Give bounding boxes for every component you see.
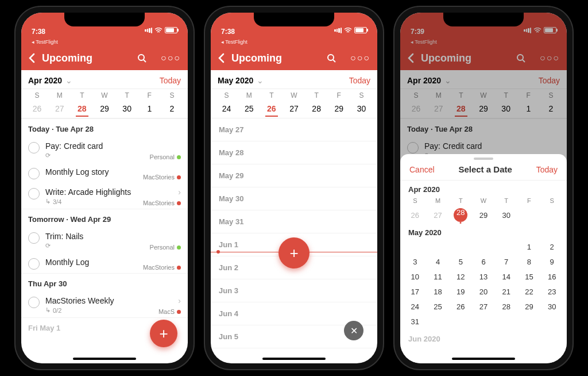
- month-label: May 2020: [218, 76, 253, 85]
- task-row[interactable]: Monthly Log MacStories: [21, 253, 188, 273]
- add-task-button[interactable]: +: [150, 320, 177, 347]
- today-button[interactable]: Today: [536, 165, 558, 174]
- chevron-right-icon: ›: [178, 296, 181, 305]
- calendar-day[interactable]: 30: [540, 299, 563, 314]
- calendar-day[interactable]: 31: [404, 314, 427, 329]
- calendar-day[interactable]: 28: [495, 299, 518, 314]
- project-dot: [177, 310, 181, 314]
- calendar-day[interactable]: 15: [518, 269, 541, 284]
- calendar-day[interactable]: 13: [472, 269, 495, 284]
- calendar-day[interactable]: 3: [404, 254, 427, 269]
- calendar-day[interactable]: 22: [518, 284, 541, 299]
- calendar-day[interactable]: 8: [518, 254, 541, 269]
- calendar-day[interactable]: 24: [404, 299, 427, 314]
- calendar-day: [449, 314, 472, 329]
- calendar-day[interactable]: 4: [427, 254, 450, 269]
- status-time: 7:38: [32, 28, 45, 36]
- back-to-testflight[interactable]: ◂ TestFlight: [32, 39, 58, 45]
- chevron-right-icon: ›: [178, 187, 181, 197]
- calendar-day: [449, 239, 472, 254]
- calendar-day[interactable]: 25: [427, 299, 450, 314]
- sheet-handle[interactable]: [474, 158, 493, 160]
- calendar-day[interactable]: 23: [540, 284, 563, 299]
- calendar-day[interactable]: 1: [518, 239, 541, 254]
- weekday-header: SMTWTFS: [21, 89, 188, 102]
- calendar-day[interactable]: 17: [404, 284, 427, 299]
- day-header[interactable]: May 27: [211, 118, 377, 141]
- calendar-day: [472, 239, 495, 254]
- screen: 7:38 ◂ TestFlight Upcoming ○○○ Apr 2020 …: [21, 13, 188, 363]
- week-dates[interactable]: 24252627282930: [211, 102, 377, 118]
- notch: [443, 13, 524, 26]
- project-dot: [177, 201, 181, 205]
- calendar-day[interactable]: 7: [495, 254, 518, 269]
- calendar-day[interactable]: 20: [472, 284, 495, 299]
- search-icon[interactable]: [137, 53, 147, 63]
- calendar-day[interactable]: 2: [540, 239, 563, 254]
- calendar-day[interactable]: 14: [495, 269, 518, 284]
- cancel-button[interactable]: Cancel: [409, 165, 435, 174]
- navbar: Upcoming ○○○: [21, 46, 188, 70]
- day-header[interactable]: Jun 3: [211, 279, 377, 302]
- day-header[interactable]: May 28: [211, 141, 377, 164]
- close-button[interactable]: ✕: [344, 321, 363, 340]
- task-row[interactable]: Monthly Log story MacStories: [21, 163, 188, 183]
- weekday-header: SMTWTFS: [211, 89, 377, 102]
- page-title: Upcoming: [42, 52, 92, 64]
- calendar-day[interactable]: 21: [495, 284, 518, 299]
- calendar-day[interactable]: 19: [449, 284, 472, 299]
- today-button[interactable]: Today: [349, 76, 370, 85]
- calendar-day: [427, 239, 450, 254]
- day-header[interactable]: May 30: [211, 187, 377, 210]
- more-icon[interactable]: ○○○: [161, 53, 181, 63]
- battery-icon: [165, 27, 177, 33]
- calendar-grid[interactable]: 26 27 28 29 30: [400, 206, 567, 224]
- complete-checkbox[interactable]: [28, 168, 40, 179]
- week-dates[interactable]: 262728293012: [21, 102, 188, 118]
- month-label: Apr 2020: [28, 76, 62, 85]
- selected-date[interactable]: 28: [454, 208, 467, 222]
- phone-2: 7:38 ◂ TestFlight Upcoming ○○○ May 2020 …: [205, 7, 383, 369]
- search-icon[interactable]: [326, 53, 336, 63]
- back-icon[interactable]: [28, 53, 36, 63]
- calendar-day[interactable]: 6: [472, 254, 495, 269]
- today-button[interactable]: Today: [160, 76, 181, 85]
- complete-checkbox[interactable]: [28, 297, 40, 308]
- section-header: Tomorrow · Wed Apr 29: [21, 209, 188, 227]
- calendar-day[interactable]: 27: [472, 299, 495, 314]
- task-row[interactable]: Trim: Nails ⟳ Personal: [21, 227, 188, 253]
- calendar-day[interactable]: 9: [540, 254, 563, 269]
- day-header[interactable]: May 31: [211, 210, 377, 233]
- calendar-day[interactable]: 29: [518, 299, 541, 314]
- back-to-testflight[interactable]: ◂ TestFlight: [221, 39, 247, 45]
- add-task-button[interactable]: +: [278, 237, 310, 268]
- project-dot: [177, 155, 181, 159]
- phone-1: 7:38 ◂ TestFlight Upcoming ○○○ Apr 2020 …: [16, 7, 194, 369]
- complete-checkbox[interactable]: [28, 258, 40, 270]
- complete-checkbox[interactable]: [28, 142, 40, 154]
- task-row[interactable]: Pay: Credit card ⟳ Personal: [21, 137, 188, 163]
- calendar-day[interactable]: 16: [540, 269, 563, 284]
- calendar-day: [518, 314, 541, 329]
- back-icon[interactable]: [218, 53, 226, 63]
- calendar-day[interactable]: 12: [449, 269, 472, 284]
- home-indicator: [73, 358, 136, 360]
- calendar-day: [540, 314, 563, 329]
- task-row[interactable]: MacStories Weekly ↳ 0/2 › MacS: [21, 291, 188, 317]
- month-selector[interactable]: Apr 2020 ⌄ Today: [21, 70, 188, 89]
- signal-icon: [334, 28, 342, 33]
- complete-checkbox[interactable]: [28, 232, 40, 244]
- calendar-day[interactable]: 5: [449, 254, 472, 269]
- calendar-day[interactable]: 10: [404, 269, 427, 284]
- sheet-month-label: May 2020: [400, 224, 567, 238]
- more-icon[interactable]: ○○○: [350, 53, 370, 63]
- calendar-grid[interactable]: 1234567891011121314151617181920212223242…: [400, 238, 567, 330]
- project-dot: [177, 266, 181, 270]
- calendar-day[interactable]: 26: [449, 299, 472, 314]
- calendar-day[interactable]: 11: [427, 269, 450, 284]
- complete-checkbox[interactable]: [28, 188, 40, 199]
- task-row[interactable]: Write: Arcade Highlights ↳ 3/4 › MacStor…: [21, 183, 188, 209]
- month-selector[interactable]: May 2020 ⌄ Today: [211, 70, 377, 89]
- calendar-day[interactable]: 18: [427, 284, 450, 299]
- day-header[interactable]: May 29: [211, 164, 377, 187]
